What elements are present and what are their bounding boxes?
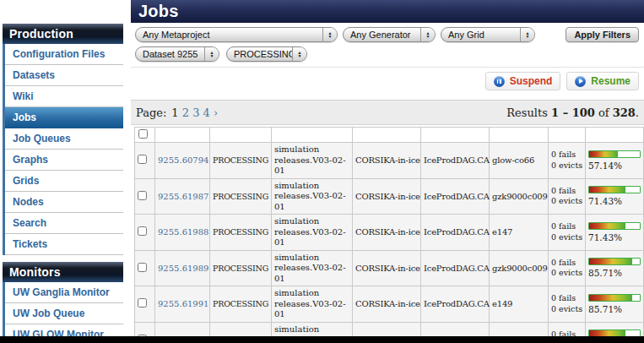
row-checkbox[interactable] — [138, 155, 147, 164]
sidebar-item-job-queues[interactable]: Job Queues — [5, 128, 123, 150]
sidebar-item-label: Graphs — [13, 154, 48, 166]
job-metaproject: simulation releases.V03-02-01 — [272, 215, 353, 251]
table-header-row — [135, 128, 644, 143]
fails-count: 0 fails — [551, 258, 582, 268]
row-checkbox-cell — [135, 178, 155, 215]
suspend-button[interactable]: Suspend — [485, 72, 561, 90]
pagination: Page: 1 2 3 4 › — [136, 106, 218, 119]
job-metaproject: simulation releases.V03-02-01 — [272, 250, 353, 286]
generator-select[interactable]: Any Generator ▲▼ — [343, 27, 436, 42]
job-row: 9255.61989 PROCESSING simulation release… — [135, 250, 644, 286]
metaproject-line1: simulation — [274, 181, 349, 192]
status-select-value: PROCESSING — [234, 49, 292, 59]
apply-filters-button[interactable]: Apply Filters — [566, 27, 639, 42]
sidebar-item-label: Configuration Files — [13, 48, 105, 60]
sidebar-item-label: Jobs — [13, 112, 36, 123]
pagination-results-band: Page: 1 2 3 4 › Results 1 – 100 of 328. — [131, 100, 644, 125]
job-host: gzk9000c009 — [490, 178, 549, 215]
page-link[interactable]: 3 — [192, 106, 199, 119]
fails-count: 0 fails — [551, 221, 582, 231]
evicts-count: 0 evicts — [551, 232, 582, 242]
grid-select[interactable]: Any Grid ▲▼ — [441, 27, 535, 42]
dataset-select[interactable]: Dataset 9255 ▲▼ — [135, 46, 219, 62]
job-grid: IceProdDAG.CA — [421, 178, 490, 215]
sidebar-item-label: Search — [13, 217, 46, 229]
sidebar-item-configuration-files[interactable]: Configuration Files — [5, 44, 123, 65]
pause-icon — [494, 76, 505, 87]
row-checkbox[interactable] — [138, 226, 147, 236]
job-errors: 0 fails 0 evicts — [549, 178, 586, 215]
row-checkbox-cell — [135, 286, 155, 323]
job-id-link[interactable]: 9255.61991 — [155, 286, 210, 323]
job-progress-cell: 71.43% — [586, 178, 644, 215]
play-icon — [575, 76, 586, 87]
sidebar-item-jobs[interactable]: Jobs — [5, 107, 123, 128]
sidebar-item-grids[interactable]: Grids — [5, 171, 123, 192]
metaproject-line2: releases.V03-02-01 — [274, 227, 349, 248]
job-generator: CORSIKA-in-ice — [353, 250, 421, 286]
evicts-count: 0 evicts — [551, 161, 582, 171]
sidebar-item-label: UW Ganglia Monitor — [13, 286, 110, 298]
column-header-progress — [586, 128, 644, 143]
progress-bar-fill — [589, 151, 618, 157]
filter-row-2: Dataset 9255 ▲▼ PROCESSING ▲▼ — [135, 46, 641, 62]
fails-count: 0 fails — [551, 293, 582, 303]
select-all-checkbox[interactable] — [138, 129, 148, 139]
page-link[interactable]: 4 — [203, 106, 210, 119]
results-of: of — [598, 106, 609, 119]
metaproject-line1: simulation — [274, 144, 349, 155]
job-generator: CORSIKA-in-ice — [353, 215, 421, 251]
column-header-grid — [421, 128, 490, 143]
sidebar-item-uw-job-queue[interactable]: UW Job Queue — [5, 303, 123, 324]
job-progress-cell: 85.71% — [586, 250, 644, 286]
metaproject-line2: releases.V03-02-01 — [274, 263, 349, 284]
job-id-link[interactable]: 9255.61987 — [155, 178, 210, 215]
sidebar-item-search[interactable]: Search — [5, 213, 123, 234]
row-checkbox[interactable] — [138, 298, 147, 308]
job-errors: 0 fails 0 evicts — [549, 215, 586, 251]
job-status: PROCESSING — [210, 143, 272, 179]
job-generator: CORSIKA-in-ice — [353, 143, 421, 179]
progress-bar-fill — [589, 187, 625, 193]
status-select[interactable]: PROCESSING ▲▼ — [226, 46, 307, 62]
job-row: 9255.61988 PROCESSING simulation release… — [135, 215, 644, 251]
select-stepper-icon: ▲▼ — [204, 47, 219, 61]
job-id-link[interactable]: 9255.60794 — [155, 143, 210, 179]
job-errors: 0 fails 0 evicts — [549, 143, 586, 179]
job-generator: CORSIKA-in-ice — [353, 178, 421, 215]
job-row: 9255.61991 PROCESSING simulation release… — [135, 286, 644, 323]
job-metaproject: simulation releases.V03-02-01 — [272, 143, 353, 179]
metaproject-select[interactable]: Any Metaproject ▲▼ — [135, 27, 338, 42]
metaproject-line1: simulation — [274, 288, 349, 299]
sidebar-section: Monitors UW Ganglia Monitor UW Job Queue… — [3, 262, 123, 343]
page-label: Page: — [136, 106, 166, 119]
filter-row-1: Any Metaproject ▲▼ Any Generator ▲▼ Any … — [135, 27, 641, 42]
sidebar-item-tickets[interactable]: Tickets — [5, 234, 123, 255]
sidebar-item-nodes[interactable]: Nodes — [5, 192, 123, 213]
results-total: 328 — [613, 106, 636, 119]
sidebar-item-label: Tickets — [13, 238, 47, 250]
job-id-link[interactable]: 9255.61988 — [155, 215, 210, 251]
sidebar-item-datasets[interactable]: Datasets — [5, 65, 123, 86]
sidebar-item-label: Wiki — [13, 90, 34, 102]
job-id-link[interactable]: 9255.61989 — [155, 250, 210, 286]
sidebar-item-wiki[interactable]: Wiki — [5, 86, 123, 107]
sidebar-item-uw-ganglia-monitor[interactable]: UW Ganglia Monitor — [5, 282, 123, 303]
page-link[interactable]: › — [214, 106, 218, 119]
page-link[interactable]: 2 — [182, 106, 189, 119]
row-checkbox-cell — [135, 250, 155, 286]
fails-count: 0 fails — [551, 150, 582, 160]
resume-button[interactable]: Resume — [566, 72, 639, 90]
sidebar-section-title: Production — [3, 24, 123, 44]
main-content: Jobs Any Metaproject ▲▼ Any Generator ▲▼… — [131, 0, 644, 343]
column-header-status — [210, 128, 272, 143]
sidebar-item-graphs[interactable]: Graphs — [5, 150, 123, 171]
suspend-button-label: Suspend — [510, 75, 553, 87]
job-errors: 0 fails 0 evicts — [549, 286, 586, 323]
row-checkbox[interactable] — [138, 191, 147, 200]
row-checkbox[interactable] — [138, 263, 147, 272]
metaproject-line1: simulation — [274, 253, 349, 264]
results-range: 1 – 100 — [551, 106, 595, 119]
select-stepper-icon: ▲▼ — [292, 47, 306, 61]
progress-bar — [588, 186, 641, 193]
